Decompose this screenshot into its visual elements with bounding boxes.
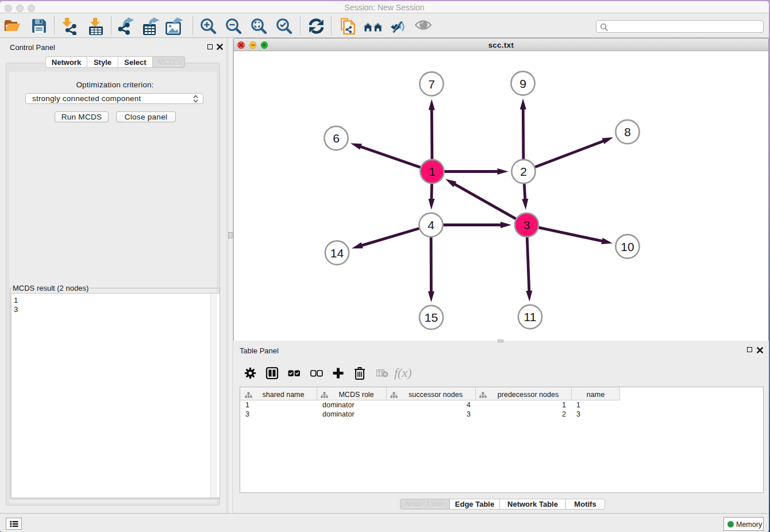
svg-text:8: 8 — [624, 125, 631, 138]
svg-text:15: 15 — [425, 311, 438, 324]
svg-text:10: 10 — [621, 240, 634, 253]
svg-text:7: 7 — [428, 77, 435, 90]
svg-text:9: 9 — [519, 76, 526, 90]
svg-text:11: 11 — [524, 310, 537, 323]
svg-text:1: 1 — [429, 165, 436, 178]
svg-text:6: 6 — [333, 132, 340, 145]
svg-text:14: 14 — [330, 246, 344, 259]
svg-text:3: 3 — [523, 218, 530, 232]
svg-text:2: 2 — [520, 165, 527, 178]
svg-text:4: 4 — [428, 218, 434, 232]
